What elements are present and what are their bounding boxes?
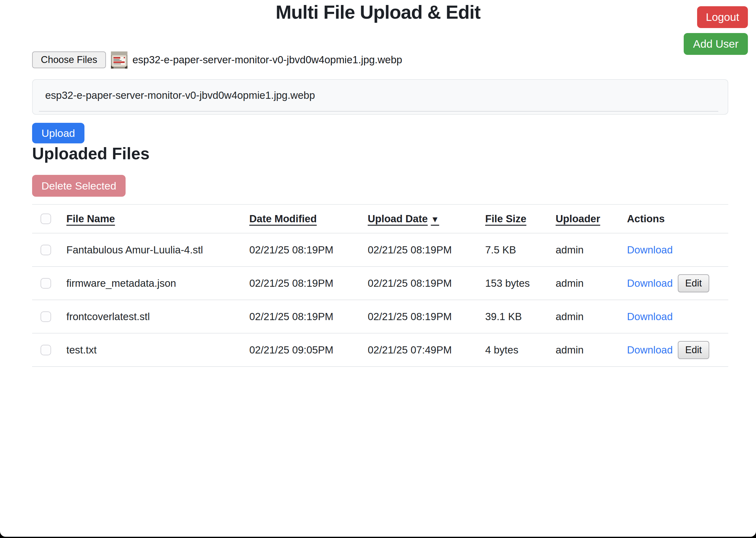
- download-link[interactable]: Download: [627, 344, 673, 356]
- filename-input[interactable]: esp32-e-paper-server-monitor-v0-jbvd0w4o…: [39, 80, 718, 112]
- upload-date-cell: 02/21/25 08:19PM: [368, 311, 485, 323]
- table-body: Fantabulous Amur-Luulia-4.stl 02/21/25 0…: [32, 234, 728, 367]
- delete-selected-button[interactable]: Delete Selected: [32, 175, 126, 197]
- actions-cell: Download: [627, 311, 728, 323]
- column-header-upload-date[interactable]: Upload Date▼: [368, 213, 485, 225]
- download-link[interactable]: Download: [627, 311, 673, 323]
- file-size-cell: 4 bytes: [485, 344, 556, 356]
- uploader-cell: admin: [556, 311, 627, 323]
- table-row: Fantabulous Amur-Luulia-4.stl 02/21/25 0…: [32, 234, 728, 267]
- column-header-file-size[interactable]: File Size: [485, 213, 556, 225]
- upload-date-cell: 02/21/25 08:19PM: [368, 244, 485, 256]
- add-user-button[interactable]: Add User: [684, 33, 748, 55]
- column-header-label: Uploader: [556, 213, 600, 224]
- sort-descending-icon: ▼: [431, 215, 439, 224]
- download-link[interactable]: Download: [627, 244, 673, 256]
- uploader-cell: admin: [556, 344, 627, 356]
- edit-button[interactable]: Edit: [678, 274, 709, 293]
- actions-cell: Download: [627, 244, 728, 256]
- file-thumbnail-image: [111, 51, 127, 69]
- date-modified-cell: 02/21/25 08:19PM: [249, 277, 368, 289]
- download-link[interactable]: Download: [627, 277, 673, 289]
- actions-cell: Download Edit: [627, 341, 728, 359]
- edit-button[interactable]: Edit: [678, 341, 709, 359]
- file-name-cell: test.txt: [66, 344, 249, 356]
- table-row: frontcoverlatest.stl 02/21/25 08:19PM 02…: [32, 300, 728, 334]
- column-header-label: File Size: [485, 213, 526, 224]
- choose-files-button[interactable]: Choose Files: [32, 51, 106, 68]
- column-header-label: Actions: [627, 213, 665, 224]
- row-checkbox[interactable]: [40, 311, 51, 322]
- row-checkbox-cell: [32, 345, 66, 355]
- row-checkbox[interactable]: [40, 345, 51, 355]
- column-header-label: File Name: [66, 213, 115, 224]
- column-header-inner: Uploader: [556, 213, 600, 225]
- column-header-inner: File Size: [485, 213, 526, 225]
- chosen-file-name: esp32-e-paper-server-monitor-v0-jbvd0w4o…: [132, 54, 402, 66]
- upload-file-list: esp32-e-paper-server-monitor-v0-jbvd0w4o…: [32, 79, 728, 115]
- row-checkbox[interactable]: [40, 278, 51, 289]
- upload-date-cell: 02/21/25 07:49PM: [368, 344, 485, 356]
- uploader-cell: admin: [556, 277, 627, 289]
- uploaded-files-table: File NameDate ModifiedUpload Date▼File S…: [32, 204, 728, 367]
- column-header-inner: Actions: [627, 213, 665, 225]
- column-header-inner: Date Modified: [249, 213, 317, 225]
- file-name-cell: frontcoverlatest.stl: [66, 311, 249, 323]
- date-modified-cell: 02/21/25 08:19PM: [249, 244, 368, 256]
- file-size-cell: 153 bytes: [485, 277, 556, 289]
- page-title: Multi File Upload & Edit: [0, 1, 756, 23]
- column-header-date-modified[interactable]: Date Modified: [249, 213, 368, 225]
- date-modified-cell: 02/21/25 09:05PM: [249, 344, 368, 356]
- file-name-cell: firmware_metadata.json: [66, 277, 249, 289]
- uploader-cell: admin: [556, 244, 627, 256]
- upload-button[interactable]: Upload: [32, 123, 84, 143]
- column-header-actions: Actions: [627, 213, 728, 225]
- select-all-cell: [32, 214, 66, 224]
- table-row: test.txt 02/21/25 09:05PM 02/21/25 07:49…: [32, 334, 728, 367]
- actions-cell: Download Edit: [627, 274, 728, 293]
- row-checkbox[interactable]: [40, 245, 51, 255]
- file-input-row: Choose Files esp32-e-paper-server-monito…: [32, 51, 402, 69]
- file-size-cell: 39.1 KB: [485, 311, 556, 323]
- column-header-inner: Upload Date▼: [368, 213, 439, 225]
- date-modified-cell: 02/21/25 08:19PM: [249, 311, 368, 323]
- upload-date-cell: 02/21/25 08:19PM: [368, 277, 485, 289]
- column-header-uploader[interactable]: Uploader: [556, 213, 627, 225]
- uploaded-files-heading: Uploaded Files: [32, 144, 150, 163]
- column-header-label: Upload Date: [368, 213, 428, 224]
- column-header-label: Date Modified: [249, 213, 317, 224]
- logout-button[interactable]: Logout: [697, 6, 748, 28]
- row-checkbox-cell: [32, 278, 66, 289]
- page: Multi File Upload & Edit Logout Add User…: [0, 0, 756, 537]
- table-header-row: File NameDate ModifiedUpload Date▼File S…: [32, 205, 728, 234]
- column-header-file-name[interactable]: File Name: [66, 213, 249, 225]
- select-all-checkbox[interactable]: [40, 214, 51, 224]
- row-checkbox-cell: [32, 311, 66, 322]
- table-row: firmware_metadata.json 02/21/25 08:19PM …: [32, 267, 728, 300]
- file-name-cell: Fantabulous Amur-Luulia-4.stl: [66, 244, 249, 256]
- file-size-cell: 7.5 KB: [485, 244, 556, 256]
- column-header-inner: File Name: [66, 213, 115, 225]
- row-checkbox-cell: [32, 245, 66, 255]
